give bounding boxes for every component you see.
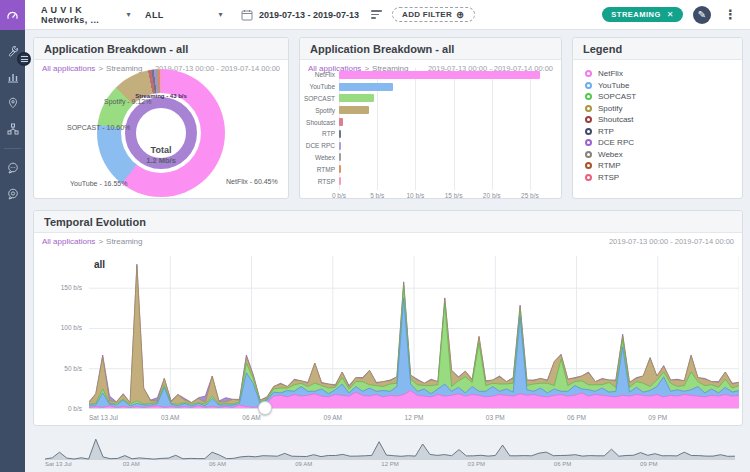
bar-chart[interactable]: 0 b/s5 b/s10 b/s15 b/s20 b/s25 b/sNetFli… [300, 68, 563, 198]
overview-xtick: 06 PM [554, 461, 571, 467]
bar-webex[interactable] [339, 153, 341, 161]
legend-label: SOPCAST [598, 92, 636, 101]
legend-item-sopcast[interactable]: SOPCAST [585, 91, 742, 103]
temporal-ytick: 150 b/s [61, 284, 82, 291]
chat-bubble-icon [7, 162, 19, 174]
temporal-area-chart[interactable] [89, 256, 739, 409]
legend-item-rtsp[interactable]: RTSP [585, 172, 742, 184]
sidebar-item-reports[interactable] [0, 64, 25, 90]
legend-label: Webex [598, 150, 623, 159]
legend-item-webex[interactable]: Webex [585, 149, 742, 161]
bar-row: Webex [300, 152, 563, 164]
bar-sopcast[interactable] [339, 94, 374, 102]
close-icon[interactable]: ✕ [667, 10, 674, 19]
bar-netflix[interactable] [339, 71, 540, 79]
temporal-xtick: 06 PM [567, 414, 586, 421]
bar-track [339, 177, 563, 185]
legend-item-netflix[interactable]: NetFlix [585, 68, 742, 80]
bar-track [339, 71, 563, 79]
network-selector[interactable]: A U V I K Networks, ... ▾ [41, 5, 131, 25]
temporal-xtick: 03 PM [486, 414, 505, 421]
bar-rtsp[interactable] [339, 177, 341, 185]
sidebar-item-chat[interactable] [0, 155, 25, 181]
breadcrumb-current: Streaming [106, 237, 142, 246]
legend-color-icon [585, 162, 592, 169]
streaming-filter-chip[interactable]: STREAMING ✕ [602, 7, 683, 22]
bar-category-label: RTMP [300, 166, 339, 173]
sidebar-collapse-toggle[interactable] [17, 52, 31, 66]
sidebar-item-support[interactable] [0, 181, 25, 207]
chat-help-icon [7, 188, 19, 200]
overview-xtick: 03 AM [123, 461, 140, 467]
legend-list: NetFlixYouTubeSOPCASTSpotifyShoutcastRTP… [573, 60, 742, 183]
legend-item-rtmp[interactable]: RTMP [585, 160, 742, 172]
bar-youtube[interactable] [339, 83, 393, 91]
legend-item-youtube[interactable]: YouTube [585, 80, 742, 92]
bar-row: YouTube [300, 81, 563, 93]
breadcrumb: All applications > Streaming 2019-07-13 … [34, 233, 742, 246]
add-filter-label: ADD FILTER [402, 10, 452, 19]
bar-dce-rpc[interactable] [339, 142, 341, 150]
pie-label-spotify: Spotify - 9.12% [104, 98, 151, 105]
bar-category-label: NetFlix [300, 71, 339, 78]
overview-xtick: 03 PM [468, 461, 485, 467]
streaming-chip-label: STREAMING [611, 10, 661, 19]
panel-title: Legend [573, 38, 742, 60]
bar-axis-tick: 10 b/s [407, 192, 425, 199]
bar-axis-tick: 0 b/s [332, 192, 346, 199]
legend-color-icon [585, 128, 592, 135]
filter-sort-icon[interactable] [371, 10, 382, 19]
network-selector-label: A U V I K Networks, ... [41, 5, 121, 25]
bar-category-label: RTSP [300, 178, 339, 185]
timeline-drag-handle[interactable] [258, 401, 272, 415]
panel-title: Temporal Evolution [34, 211, 742, 233]
sidebar-item-dashboard[interactable] [0, 0, 25, 30]
bar-track [339, 118, 563, 126]
bar-rtmp[interactable] [339, 165, 341, 173]
breadcrumb-link[interactable]: All applications [42, 64, 95, 73]
overview-xtick: 09 PM [640, 461, 657, 467]
panel-legend: Legend NetFlixYouTubeSOPCASTSpotifyShout… [572, 37, 743, 199]
sidebar-item-locations[interactable] [0, 90, 25, 116]
bar-rtp[interactable] [339, 130, 341, 138]
bar-row: DCE RPC [300, 140, 563, 152]
legend-item-rtp[interactable]: RTP [585, 126, 742, 138]
calendar-icon [241, 9, 253, 21]
bar-row: Shoutcast [300, 116, 563, 128]
breadcrumb-link[interactable]: All applications [42, 237, 95, 246]
legend-item-spotify[interactable]: Spotify [585, 103, 742, 115]
legend-label: Shoutcast [598, 115, 634, 124]
sidebar-item-topology[interactable] [0, 116, 25, 142]
timeline-overview-chart[interactable] [45, 438, 735, 460]
bar-category-label: DCE RPC [300, 142, 339, 149]
kebab-menu-icon[interactable]: ⋮ [721, 7, 740, 22]
map-pin-icon [7, 97, 19, 109]
bar-category-label: Shoutcast [300, 119, 339, 126]
donut-chart[interactable]: Streaming - 43 b/s Total 1.2 Mb/s [97, 69, 225, 197]
scope-selector-label: ALL [145, 10, 164, 20]
bar-row: Spotify [300, 104, 563, 116]
legend-color-icon [585, 116, 592, 123]
date-range-picker[interactable]: 2019-07-13 - 2019-07-13 [259, 10, 359, 20]
legend-label: RTSP [598, 173, 619, 182]
bar-spotify[interactable] [339, 106, 369, 114]
overview-xtick: Sat 13 Jul [45, 461, 72, 467]
donut-center-total: Total 1.2 Mb/s [125, 145, 197, 165]
legend-color-icon [585, 70, 592, 77]
bar-track [339, 83, 563, 91]
temporal-xtick: 03 AM [161, 414, 179, 421]
sidebar [0, 0, 25, 472]
edit-button[interactable]: ✎ [693, 6, 711, 24]
bar-axis-tick: 15 b/s [445, 192, 463, 199]
bar-shoutcast[interactable] [339, 118, 343, 126]
pie-label-sopcast: SOPCAST - 10.60% [67, 124, 130, 131]
legend-item-shoutcast[interactable]: Shoutcast [585, 114, 742, 126]
legend-label: NetFlix [598, 69, 623, 78]
scope-selector[interactable]: ALL ▾ [145, 10, 223, 20]
total-value: 1.2 Mb/s [125, 156, 197, 165]
sidebar-divider [4, 148, 21, 149]
add-filter-button[interactable]: ADD FILTER ⊕ [392, 7, 475, 22]
panel-application-breakdown-bars: Application Breakdown - all All applicat… [299, 37, 562, 199]
chevron-down-icon: ▾ [127, 10, 131, 19]
legend-item-dce-rpc[interactable]: DCE RPC [585, 137, 742, 149]
